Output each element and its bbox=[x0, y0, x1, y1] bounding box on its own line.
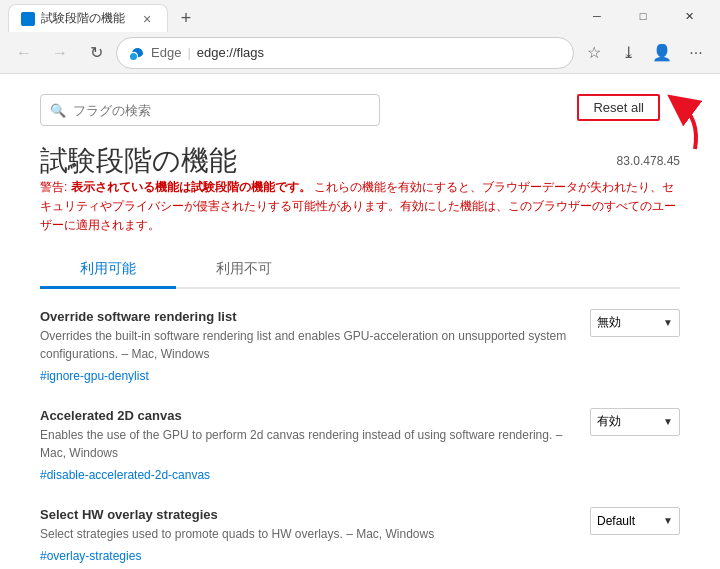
back-button[interactable]: ← bbox=[8, 37, 40, 69]
reset-btn-container: Reset all bbox=[577, 94, 660, 121]
maximize-button[interactable]: □ bbox=[620, 0, 666, 32]
warning-text: 警告: 表示されている機能は試験段階の機能です。 これらの機能を有効にすると、ブ… bbox=[40, 178, 680, 236]
select-arrow-0: ▼ bbox=[663, 317, 673, 328]
tab-close-button[interactable]: × bbox=[139, 11, 155, 27]
feature-select-value-1: 有効 bbox=[597, 413, 621, 430]
feature-info-2: Select HW overlay strategies Select stra… bbox=[40, 507, 570, 564]
tab-unavailable[interactable]: 利用不可 bbox=[176, 252, 312, 289]
feature-item-1: Accelerated 2D canvas Enables the use of… bbox=[40, 408, 680, 483]
feature-item-0: Override software rendering list Overrid… bbox=[40, 309, 680, 384]
feature-name-1: Accelerated 2D canvas bbox=[40, 408, 570, 423]
feature-select-0[interactable]: 無効 ▼ bbox=[590, 309, 680, 337]
tab-favicon bbox=[21, 12, 35, 26]
main-content: 🔍 Reset all 試験段階の機能 83.0.478.45 警告: 表示され… bbox=[0, 74, 720, 569]
address-bar[interactable]: Edge | edge://flags bbox=[116, 37, 574, 69]
new-tab-button[interactable]: + bbox=[172, 4, 200, 32]
feature-desc-0: Overrides the built-in software renderin… bbox=[40, 327, 570, 363]
feature-name-0: Override software rendering list bbox=[40, 309, 570, 324]
reload-button[interactable]: ↻ bbox=[80, 37, 112, 69]
collections-button[interactable]: ⤓ bbox=[612, 37, 644, 69]
feature-select-2[interactable]: Default ▼ bbox=[590, 507, 680, 535]
profile-button[interactable]: 👤 bbox=[646, 37, 678, 69]
reset-all-button[interactable]: Reset all bbox=[577, 94, 660, 121]
feature-select-value-0: 無効 bbox=[597, 314, 621, 331]
feature-link-0[interactable]: #ignore-gpu-denylist bbox=[40, 369, 149, 383]
feature-name-2: Select HW overlay strategies bbox=[40, 507, 570, 522]
feature-info-0: Override software rendering list Overrid… bbox=[40, 309, 570, 384]
address-separator: | bbox=[187, 45, 190, 60]
window-controls: ─ □ ✕ bbox=[574, 0, 712, 32]
warning-prefix: 警告: bbox=[40, 180, 71, 194]
tab-title: 試験段階の機能 bbox=[41, 10, 125, 27]
search-icon: 🔍 bbox=[50, 103, 66, 118]
feature-link-2[interactable]: #overlay-strategies bbox=[40, 549, 141, 563]
feature-item-2: Select HW overlay strategies Select stra… bbox=[40, 507, 680, 564]
edge-logo-icon bbox=[129, 45, 145, 61]
forward-button[interactable]: → bbox=[44, 37, 76, 69]
feature-info-1: Accelerated 2D canvas Enables the use of… bbox=[40, 408, 570, 483]
settings-more-button[interactable]: ··· bbox=[680, 37, 712, 69]
tab-strip: 試験段階の機能 × + bbox=[8, 0, 200, 32]
address-prefix: Edge bbox=[151, 45, 181, 60]
feature-select-1[interactable]: 有効 ▼ bbox=[590, 408, 680, 436]
close-button[interactable]: ✕ bbox=[666, 0, 712, 32]
title-bar: 試験段階の機能 × + ─ □ ✕ bbox=[0, 0, 720, 32]
address-url: edge://flags bbox=[197, 45, 264, 60]
select-arrow-1: ▼ bbox=[663, 416, 673, 427]
favorites-button[interactable]: ☆ bbox=[578, 37, 610, 69]
feature-tabs: 利用可能 利用不可 bbox=[40, 252, 680, 289]
feature-select-value-2: Default bbox=[597, 514, 635, 528]
select-arrow-2: ▼ bbox=[663, 515, 673, 526]
feature-desc-2: Select strategies used to promote quads … bbox=[40, 525, 570, 543]
feature-link-1[interactable]: #disable-accelerated-2d-canvas bbox=[40, 468, 210, 482]
warning-bold: 表示されている機能は試験段階の機能です。 bbox=[71, 180, 311, 194]
search-input[interactable] bbox=[40, 94, 380, 126]
minimize-button[interactable]: ─ bbox=[574, 0, 620, 32]
nav-actions: ☆ ⤓ 👤 ··· bbox=[578, 37, 712, 69]
active-tab[interactable]: 試験段階の機能 × bbox=[8, 4, 168, 32]
nav-bar: ← → ↻ Edge | edge://flags ☆ ⤓ 👤 ··· bbox=[0, 32, 720, 74]
feature-desc-1: Enables the use of the GPU to perform 2d… bbox=[40, 426, 570, 462]
tab-available[interactable]: 利用可能 bbox=[40, 252, 176, 289]
